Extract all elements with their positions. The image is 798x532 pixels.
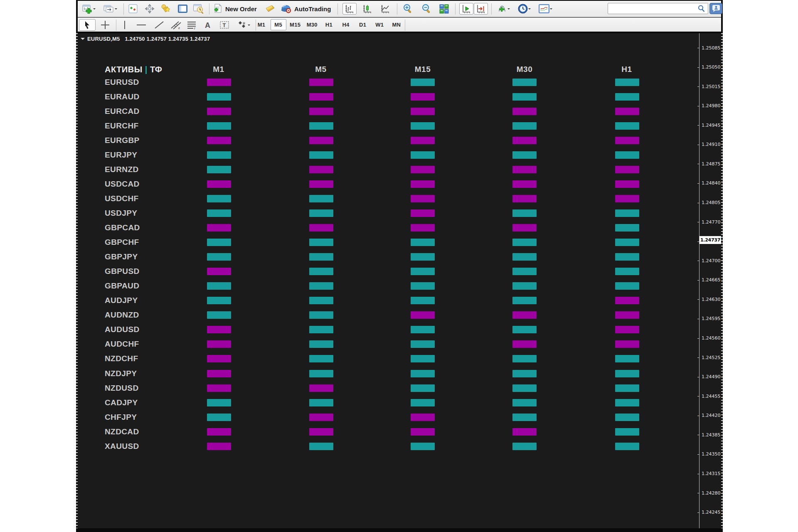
- current-price-box: 1.24737: [699, 236, 721, 244]
- terminal-button[interactable]: [177, 3, 188, 15]
- fibonacci-button[interactable]: f: [184, 19, 199, 31]
- trend-bar-eurcad-m15: [411, 108, 435, 115]
- price-tick: [697, 48, 699, 48]
- trend-bar-gbpcad-m15: [411, 224, 435, 232]
- chat-icon: [712, 5, 720, 12]
- chart-bars-button[interactable]: [342, 3, 357, 15]
- crosshair-button[interactable]: [98, 19, 113, 31]
- trendline-button[interactable]: [152, 19, 167, 31]
- desktop: { "window": { "symbol_title": "EURUSD,M5…: [0, 0, 798, 532]
- periods-dropdown[interactable]: [528, 8, 531, 11]
- chart-line-button[interactable]: [378, 3, 392, 15]
- navigator-button[interactable]: [144, 3, 155, 15]
- strategy-tester-button[interactable]: [192, 3, 205, 15]
- chart-shift-button[interactable]: [474, 3, 488, 15]
- trend-bar-cadjpy-m1: [207, 399, 231, 406]
- trend-bar-eurcad-m1: [207, 108, 231, 115]
- trend-bar-nzdusd-m15: [411, 384, 435, 392]
- trend-bar-audnzd-m15: [411, 311, 435, 319]
- trend-bar-eurusd-h1: [615, 79, 639, 86]
- price-label: 1.24245: [702, 510, 721, 515]
- trend-bar-nzdchf-m1: [207, 355, 231, 362]
- trend-bar-gbpchf-m15: [411, 239, 435, 246]
- community-chat-button[interactable]: [709, 3, 722, 14]
- zoom-in-button[interactable]: [400, 3, 415, 15]
- trend-bar-gbpcad-h1: [615, 224, 639, 232]
- timeframe-button-d1[interactable]: D1: [355, 19, 371, 30]
- price-label: 1.24805: [702, 200, 721, 205]
- timeframe-button-w1[interactable]: W1: [372, 19, 387, 30]
- vertical-line-button[interactable]: [118, 19, 131, 31]
- trend-bar-usdjpy-h1: [615, 209, 639, 217]
- tile-windows-button[interactable]: [437, 3, 451, 15]
- profiles-dropdown[interactable]: [115, 8, 117, 11]
- chart-area[interactable]: EURUSD,M5 1.24750 1.24757 1.24735 1.2473…: [78, 33, 721, 528]
- timeframe-button-m1[interactable]: M1: [254, 19, 269, 30]
- timeframe-button-h4[interactable]: H4: [338, 19, 354, 30]
- timeframe-button-m5[interactable]: M5: [271, 19, 286, 30]
- zoom-out-button[interactable]: [419, 3, 434, 15]
- price-label: 1.24455: [702, 394, 721, 399]
- search-icon[interactable]: [697, 4, 706, 13]
- pair-label-gbpchf: GBPCHF: [105, 238, 139, 246]
- window-left-edge: [76, 33, 78, 528]
- trend-bar-eurchf-m5: [309, 122, 333, 130]
- templates-dropdown[interactable]: [550, 8, 552, 11]
- search-input[interactable]: [608, 4, 697, 13]
- new-chart-button[interactable]: [81, 3, 97, 15]
- pair-label-audchf: AUDCHF: [105, 340, 139, 348]
- price-label: 1.24700: [702, 258, 721, 264]
- text-label-icon: T: [219, 20, 230, 30]
- timeframe-button-h1[interactable]: H1: [321, 19, 337, 30]
- trend-bar-eurgbp-m15: [411, 137, 435, 144]
- price-tick: [697, 512, 699, 513]
- zoom-in-icon: [402, 3, 414, 14]
- trend-bar-usdchf-h1: [615, 195, 639, 202]
- price-tick: [697, 454, 699, 455]
- favorites-button[interactable]: [160, 3, 172, 15]
- template-icon: [538, 4, 550, 14]
- collapse-triangle-icon[interactable]: [81, 38, 85, 42]
- market-watch-button[interactable]: [127, 3, 139, 15]
- new-order-button[interactable]: New Order: [213, 3, 259, 15]
- pair-label-cadjpy: CADJPY: [105, 398, 138, 407]
- mail-button[interactable]: [264, 3, 276, 15]
- tile-windows-icon: [439, 4, 449, 14]
- cursor-button[interactable]: [79, 19, 96, 31]
- new-chart-dropdown[interactable]: [93, 8, 96, 11]
- trend-bar-eurnzd-m5: [309, 166, 333, 173]
- autotrading-button[interactable]: AutoTrading: [281, 3, 332, 15]
- price-tick: [697, 106, 699, 106]
- templates-button[interactable]: [536, 3, 554, 15]
- channel-button[interactable]: e: [168, 19, 183, 31]
- horizontal-line-button[interactable]: [134, 19, 149, 31]
- text-button[interactable]: A: [201, 19, 215, 31]
- price-tick: [697, 377, 699, 377]
- price-label: 1.25085: [702, 45, 721, 51]
- indicators-button[interactable]: [495, 3, 512, 15]
- text-label-button[interactable]: T: [217, 19, 232, 31]
- price-label: 1.24910: [702, 142, 721, 147]
- trend-bar-usdcad-m1: [207, 180, 231, 188]
- auto-scroll-button[interactable]: [459, 3, 473, 15]
- price-tick: [697, 261, 699, 261]
- trend-bar-chfjpy-m15: [411, 414, 435, 421]
- indicators-dropdown[interactable]: [507, 8, 510, 11]
- trend-bar-usdjpy-m30: [512, 209, 537, 217]
- chart-candles-button[interactable]: [360, 3, 374, 15]
- trend-bar-cadjpy-h1: [615, 399, 639, 406]
- timeframe-button-mn[interactable]: MN: [389, 19, 404, 30]
- indicators-icon: [497, 3, 507, 14]
- favorites-icon: [160, 3, 172, 14]
- price-tick: [697, 299, 699, 300]
- timeframe-button-m15[interactable]: M15: [287, 19, 303, 30]
- chart-symbol-info[interactable]: EURUSD,M5 1.24750 1.24757 1.24735 1.2473…: [80, 36, 210, 42]
- arrows-button[interactable]: [234, 19, 253, 31]
- trend-bar-gbpchf-m1: [207, 239, 231, 246]
- profiles-button[interactable]: [101, 3, 119, 15]
- periods-button[interactable]: [515, 3, 533, 15]
- trend-bar-eurgbp-m5: [309, 137, 333, 144]
- timeframe-button-m30[interactable]: M30: [304, 19, 320, 30]
- arrows-dropdown[interactable]: [248, 25, 250, 27]
- price-tick: [697, 67, 699, 68]
